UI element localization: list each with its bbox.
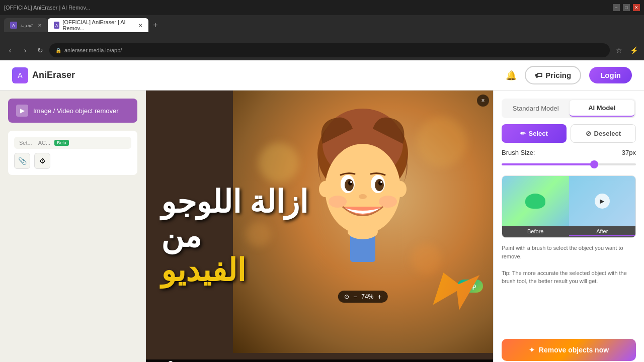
zoom-in-button[interactable]: + <box>377 293 381 301</box>
deselect-label: Deselect <box>594 130 621 137</box>
sidebar-icon-row: 📎 ⚙ <box>14 153 131 169</box>
address-text: anieraser.media.io/app/ <box>64 47 122 53</box>
ai-model-label: AI Model <box>588 104 615 112</box>
zoom-level: 74% <box>361 293 373 300</box>
svg-point-13 <box>379 196 397 208</box>
extensions-button[interactable]: ⚡ <box>628 44 640 56</box>
tabs-bar: A تجديد ✕ A [OFFICIAL] AniEraser | AI Re… <box>0 15 644 32</box>
preview-after: ▶ <box>569 176 636 226</box>
deselect-button[interactable]: ⊘ Deselect <box>571 124 636 143</box>
action-row: ✏ Select ⊘ Deselect <box>502 124 636 143</box>
app-container: A AniEraser 🔔 🏷 Pricing Login ▶ Image / … <box>0 60 644 362</box>
preview-labels: Before After <box>502 226 635 237</box>
bookmark-button[interactable]: ☆ <box>613 44 625 56</box>
preview-before <box>502 176 569 226</box>
svg-point-9 <box>350 181 352 183</box>
minimize-button[interactable]: − <box>613 4 620 11</box>
bell-button[interactable]: 🔔 <box>506 70 517 81</box>
clip-label: Clip <box>464 283 476 290</box>
tab-favicon-arabic: A <box>10 22 17 29</box>
browser-title: [OFFICIAL] AniEraser | AI Remov... <box>4 5 90 11</box>
close-icon: × <box>481 97 485 104</box>
address-bar-row: ‹ › ↻ 🔒 anieraser.media.io/app/ ☆ ⚡ <box>0 40 644 60</box>
video-frame: × Clip ⊙ − 74% + <box>233 90 494 353</box>
zoom-ring-icon: ⊙ <box>344 293 349 300</box>
sidebar-icon-btn-1[interactable]: 📎 <box>14 153 30 169</box>
app-name: AniEraser <box>32 70 75 80</box>
app-header: A AniEraser 🔔 🏷 Pricing Login <box>0 60 644 90</box>
tab-arabic-label: تجديد <box>20 22 33 29</box>
brush-slider-container <box>502 158 636 167</box>
tip-detail: Tip: The more accurate the selected obje… <box>502 269 636 286</box>
lock-icon: 🔒 <box>55 48 61 53</box>
tab-anieraser[interactable]: A [OFFICIAL] AniEraser | AI Remov... ✕ <box>48 18 148 32</box>
image-video-tool-button[interactable]: ▶ Image / Video object remover <box>8 99 137 123</box>
brush-size-row: Brush Size: 37px <box>502 149 636 156</box>
new-tab-button[interactable]: + <box>148 18 163 32</box>
svg-point-10 <box>380 181 382 183</box>
model-tabs: Standard Model AI Model <box>502 99 636 118</box>
sidebar-text: Set... <box>19 140 32 146</box>
preview-image: ▶ <box>502 176 635 226</box>
clip-badge: Clip <box>457 280 483 293</box>
maximize-button[interactable]: □ <box>623 4 630 11</box>
after-label: After <box>569 227 636 236</box>
login-button[interactable]: Login <box>589 67 632 83</box>
video-close-button[interactable]: × <box>477 95 489 107</box>
bokeh-2 <box>246 222 271 247</box>
logo-area: A AniEraser <box>12 67 75 83</box>
tab-standard-model[interactable]: Standard Model <box>503 100 569 117</box>
video-tool-icon: ▶ <box>16 105 28 117</box>
bell-icon: 🔔 <box>506 70 517 80</box>
sidebar-icon-btn-2[interactable]: ⚙ <box>34 153 50 169</box>
login-label: Login <box>600 71 621 79</box>
window-controls: − □ ✕ <box>613 4 640 11</box>
forward-button[interactable]: › <box>19 44 31 56</box>
close-button[interactable]: ✕ <box>633 4 640 11</box>
logo-letter: A <box>18 71 22 79</box>
brush-size-slider[interactable] <box>502 163 636 165</box>
play-overlay-icon: ▶ <box>595 194 610 209</box>
tab-close-anieraser[interactable]: ✕ <box>138 23 142 28</box>
video-controls: 🔊 ▶ 00:00 / 00:04 <box>146 359 493 362</box>
pricing-label: Pricing <box>545 71 571 79</box>
bird-shape <box>525 194 545 209</box>
title-bar: [OFFICIAL] AniEraser | AI Remov... − □ ✕ <box>0 0 644 15</box>
video-area: ازالة اللوجو من الفيديو <box>146 90 493 362</box>
sidebar-section: Set... AC... Beta 📎 ⚙ <box>8 131 137 175</box>
pricing-tag-icon: 🏷 <box>535 71 542 79</box>
left-sidebar: ▶ Image / Video object remover Set... AC… <box>0 90 146 362</box>
select-button[interactable]: ✏ Select <box>502 124 567 143</box>
svg-point-14 <box>319 181 331 197</box>
standard-model-label: Standard Model <box>513 105 559 112</box>
remove-objects-button[interactable]: ✦ Remove objects now <box>502 339 636 361</box>
tip-main: Paint with a brush to select the object … <box>502 244 636 260</box>
refresh-button[interactable]: ↻ <box>34 44 46 56</box>
zoom-out-button[interactable]: − <box>353 293 357 301</box>
pricing-button[interactable]: 🏷 Pricing <box>525 66 581 84</box>
character-svg <box>292 104 433 295</box>
before-after-container: ▶ Before After <box>502 175 636 238</box>
select-label: Select <box>529 130 548 137</box>
svg-point-17 <box>348 224 378 239</box>
sidebar-text2: AC... <box>38 140 50 146</box>
beta-badge: Beta <box>54 140 69 146</box>
eraser-icon: ⊘ <box>586 130 591 137</box>
sidebar-input-row: Set... AC... Beta <box>14 137 131 149</box>
header-right: 🔔 🏷 Pricing Login <box>506 66 632 84</box>
brush-size-label: Brush Size: <box>502 149 535 156</box>
svg-point-15 <box>394 181 407 197</box>
logo-icon: A <box>12 67 28 83</box>
brush-select-icon: ✏ <box>520 130 526 137</box>
tool-label: Image / Video object remover <box>33 107 119 115</box>
zoom-controls: ⊙ − 74% + <box>338 291 387 303</box>
tab-ai-model[interactable]: AI Model <box>570 100 635 117</box>
character-background <box>233 90 494 353</box>
back-button[interactable]: ‹ <box>4 44 16 56</box>
address-bar[interactable]: 🔒 anieraser.media.io/app/ <box>49 43 610 57</box>
main-content: ▶ Image / Video object remover Set... AC… <box>0 90 644 362</box>
tab-arabic[interactable]: A تجديد ✕ <box>4 18 48 32</box>
tab-anieraser-label: [OFFICIAL] AniEraser | AI Remov... <box>62 19 133 31</box>
tab-close-arabic[interactable]: ✕ <box>38 23 42 28</box>
remove-icon: ✦ <box>529 346 535 354</box>
